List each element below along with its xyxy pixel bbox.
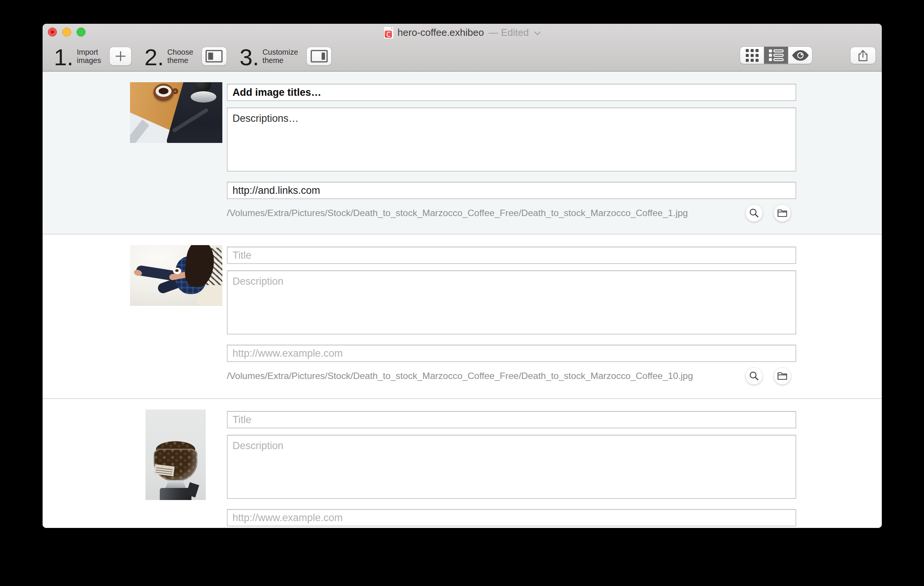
step-choose-theme: 2. Choose theme bbox=[144, 46, 227, 67]
step-label: Customize theme bbox=[262, 48, 298, 65]
customize-theme-button[interactable] bbox=[306, 47, 332, 66]
image-list: Descriptions… /Volumes/Extra/Pictures/St… bbox=[43, 72, 882, 528]
step-import-images: 1. Import images bbox=[54, 46, 132, 67]
description-input[interactable] bbox=[227, 435, 796, 499]
step-label-line2: theme bbox=[262, 56, 298, 65]
step-number: 2. bbox=[144, 47, 164, 68]
thumbnail-person-on-bed[interactable] bbox=[130, 245, 222, 306]
reveal-search-button[interactable] bbox=[746, 367, 763, 385]
thumbnail-coffee-cup-on-table[interactable] bbox=[130, 82, 222, 143]
open-folder-button[interactable] bbox=[774, 204, 791, 222]
view-grid-button[interactable] bbox=[740, 47, 764, 64]
image-row-3 bbox=[43, 399, 882, 528]
step-label-line2: images bbox=[77, 56, 101, 65]
image-fields bbox=[227, 399, 796, 528]
window-chrome: hero-coffee.exhibeo — Edited 1. Import i… bbox=[43, 24, 882, 72]
file-path-line: /Volumes/Extra/Pictures/Stock/Death_to_s… bbox=[227, 367, 796, 385]
list-view-icon bbox=[769, 49, 784, 61]
folder-icon bbox=[777, 371, 787, 381]
image-fields: Descriptions… /Volumes/Extra/Pictures/St… bbox=[227, 72, 796, 234]
step-customize-theme: 3. Customize theme bbox=[240, 46, 332, 67]
file-path-line: /Volumes/Extra/Pictures/Stock/Death_to_s… bbox=[227, 204, 796, 222]
title-menu-chevron[interactable] bbox=[534, 31, 541, 35]
toolbar: 1. Import images 2. Choose theme bbox=[43, 41, 882, 71]
reveal-search-button[interactable] bbox=[746, 204, 763, 222]
thumbnail-coffee-grinder[interactable] bbox=[145, 409, 206, 500]
open-folder-button[interactable] bbox=[774, 367, 791, 385]
title-input[interactable] bbox=[227, 84, 796, 101]
document-dogear bbox=[391, 26, 394, 30]
sidebar-left-icon bbox=[205, 50, 223, 63]
magnifier-icon bbox=[749, 208, 759, 219]
view-mode-segmented-control bbox=[740, 46, 812, 64]
title-input[interactable] bbox=[227, 411, 796, 429]
exhibeo-logo-icon bbox=[385, 31, 392, 38]
step-label-line1: Customize bbox=[262, 48, 298, 56]
view-list-button[interactable] bbox=[764, 47, 788, 64]
photo-coffee bbox=[158, 88, 168, 94]
file-path: /Volumes/Extra/Pictures/Stock/Death_to_s… bbox=[227, 371, 693, 381]
photo-hopper-label bbox=[154, 464, 175, 476]
image-row-2: /Volumes/Extra/Pictures/Stock/Death_to_s… bbox=[43, 235, 882, 399]
grid-view-icon bbox=[746, 49, 759, 62]
step-label-line1: Import bbox=[77, 48, 101, 56]
titlebar: hero-coffee.exhibeo — Edited bbox=[43, 24, 882, 41]
photo-cup-handle bbox=[172, 88, 178, 94]
chevron-down-icon bbox=[534, 31, 541, 35]
sidebar-right-icon bbox=[310, 50, 328, 63]
step-number: 3. bbox=[240, 47, 259, 68]
magnifier-icon bbox=[749, 371, 759, 381]
step-label: Import images bbox=[77, 48, 101, 65]
link-input[interactable] bbox=[227, 345, 796, 362]
photo-tamper-base bbox=[191, 91, 216, 103]
photo-coffee-cup bbox=[173, 268, 181, 274]
step-label-line2: theme bbox=[167, 56, 193, 65]
description-input[interactable]: Descriptions… bbox=[227, 108, 796, 172]
app-window: hero-coffee.exhibeo — Edited 1. Import i… bbox=[43, 24, 882, 528]
document-icon bbox=[384, 26, 394, 39]
title-input[interactable] bbox=[227, 247, 796, 264]
image-row-1: Descriptions… /Volumes/Extra/Pictures/St… bbox=[43, 72, 882, 235]
image-fields: /Volumes/Extra/Pictures/Stock/Death_to_s… bbox=[227, 235, 796, 398]
edited-status: — Edited bbox=[488, 27, 529, 38]
photo-grinder-neck bbox=[165, 480, 186, 489]
step-number: 1. bbox=[54, 47, 74, 68]
share-icon bbox=[858, 50, 868, 61]
choose-theme-button[interactable] bbox=[201, 47, 227, 66]
step-label-line1: Choose bbox=[167, 48, 193, 56]
folder-icon bbox=[777, 209, 787, 218]
share-button[interactable] bbox=[850, 47, 876, 64]
add-images-button[interactable] bbox=[109, 47, 132, 66]
link-input[interactable] bbox=[227, 509, 796, 526]
link-input[interactable] bbox=[227, 182, 796, 199]
file-path: /Volumes/Extra/Pictures/Stock/Death_to_s… bbox=[227, 208, 688, 219]
view-preview-button[interactable] bbox=[788, 47, 812, 64]
window-title-group: hero-coffee.exhibeo — Edited bbox=[43, 24, 882, 41]
plus-icon bbox=[114, 50, 127, 63]
photo-grinder-lever bbox=[186, 482, 199, 497]
eye-preview-icon bbox=[792, 50, 809, 61]
description-input[interactable] bbox=[227, 270, 796, 334]
step-label: Choose theme bbox=[167, 48, 193, 65]
document-title: hero-coffee.exhibeo bbox=[398, 27, 484, 38]
